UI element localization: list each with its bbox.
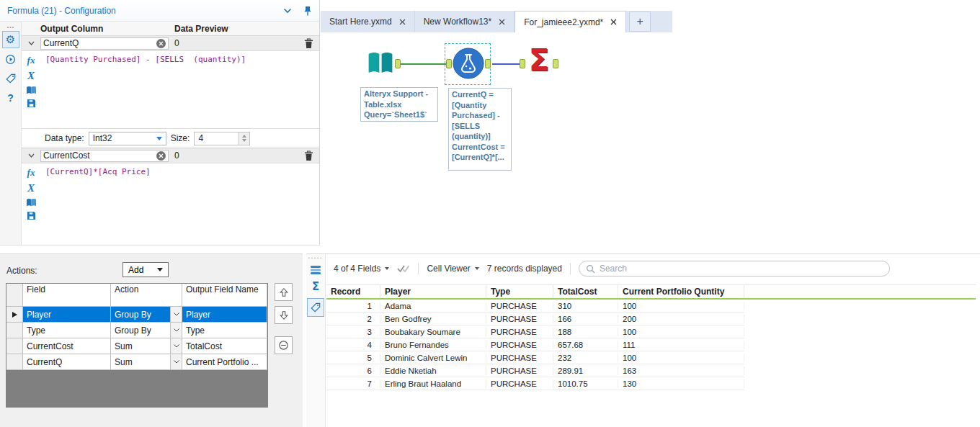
output-field-cell[interactable]: TotalCost [182, 338, 267, 354]
current-portfolio-quantity-column-header[interactable]: Current Portfolio Quntity [618, 285, 744, 298]
combo-button[interactable] [170, 323, 182, 338]
output-column-input[interactable]: CurrentQ [40, 37, 169, 50]
output-anchor-button[interactable] [307, 298, 324, 317]
save-expression-icon[interactable] [27, 99, 36, 108]
configuration-tab-button[interactable]: ⚙ [2, 31, 19, 48]
row-indicator [6, 307, 23, 323]
pin-icon[interactable] [303, 6, 312, 16]
toolbar-separator [570, 263, 571, 274]
save-expression-icon[interactable] [27, 211, 36, 220]
move-down-button[interactable] [275, 306, 293, 324]
quantity-cell: 100 [618, 354, 744, 362]
output-column-value: CurrentQ [43, 38, 153, 48]
connection-input-to-formula[interactable] [400, 63, 446, 65]
expression-collapse-chevron[interactable] [22, 41, 40, 45]
close-icon[interactable] [499, 19, 505, 25]
action-dropdown-cell[interactable]: Group By [111, 323, 182, 338]
expression-editor-toolbar: fx X [22, 163, 40, 245]
add-action-button[interactable]: Add [122, 262, 169, 277]
variables-icon[interactable]: X [27, 182, 35, 194]
formula-output-anchor[interactable] [485, 59, 491, 68]
player-column-header[interactable]: Player [380, 285, 486, 298]
splitter-grip-icon[interactable]: … [6, 22, 14, 29]
new-workflow-tab-button[interactable]: + [629, 12, 651, 32]
delete-expression-button[interactable] [298, 38, 319, 49]
clear-column-icon[interactable] [156, 151, 166, 161]
totalcost-cell: 310 [553, 302, 618, 310]
spinner-up-icon [242, 135, 246, 138]
summarize-output-anchor[interactable] [553, 59, 558, 68]
fields-dropdown[interactable]: 4 of 4 Fields [334, 264, 389, 274]
functions-icon[interactable]: fx [27, 167, 35, 179]
output-column-input[interactable]: CurrentCost [40, 150, 169, 162]
add-button-label: Add [128, 265, 143, 275]
delete-expression-button[interactable] [298, 150, 319, 161]
combo-button[interactable] [170, 354, 182, 369]
navigation-tab-button[interactable] [2, 50, 19, 68]
circle-arrow-icon [5, 54, 16, 65]
summarize-anchor-icon[interactable]: Σ [312, 280, 319, 293]
variables-icon[interactable]: X [27, 70, 35, 82]
quantity-cell: 200 [618, 315, 744, 323]
type-column-header[interactable]: Type [486, 285, 553, 298]
expression-collapse-chevron[interactable] [22, 153, 40, 158]
size-input[interactable]: 4 [194, 132, 250, 145]
field-cell[interactable]: CurrentQ [23, 354, 111, 370]
formula-expression-input[interactable]: [Quantity Purchased] - [SELLS (quantity)… [40, 51, 319, 128]
totalcost-column-header[interactable]: TotalCost [553, 285, 618, 298]
field-cell[interactable]: Type [23, 323, 111, 338]
combo-button[interactable] [170, 307, 182, 322]
input-data-tool[interactable] [365, 49, 396, 78]
records-view-icon[interactable] [310, 265, 321, 275]
formula-tool-annotation[interactable]: CurrentQ = [Quantity Purchased] - [SELLS… [448, 88, 512, 171]
search-box[interactable] [579, 261, 890, 277]
connection-formula-to-summarize[interactable] [492, 63, 521, 65]
quantity-cell: 100 [618, 328, 744, 336]
expression-editor-toolbar: fx X [22, 51, 40, 128]
saved-expressions-icon[interactable] [26, 198, 37, 207]
panel-grip-icon[interactable]: ••••• [308, 256, 324, 260]
field-cell[interactable]: Player [23, 307, 111, 323]
search-input[interactable] [600, 264, 883, 274]
action-dropdown-cell[interactable]: Sum [111, 354, 182, 370]
output-field-cell[interactable]: Current Portfolio ... [182, 354, 267, 370]
workflow-canvas[interactable]: Start Here.yxmd New Workflow13* For_jami… [321, 0, 980, 248]
remove-action-button[interactable] [275, 336, 293, 354]
output-field-cell[interactable]: Type [182, 323, 267, 338]
cell-viewer-dropdown[interactable]: Cell Viewer [427, 264, 478, 274]
summarize-tool[interactable]: Σ [525, 43, 553, 78]
record-column-header[interactable]: Record [326, 285, 380, 298]
collapse-chevron-icon[interactable] [283, 8, 292, 14]
results-panel: ••••• Σ 4 of 4 Fields Cell Viewer 7 reco… [306, 253, 980, 427]
output-field-cell[interactable]: Player [182, 307, 267, 323]
output-column-value: CurrentCost [43, 150, 153, 161]
summarize-input-anchor[interactable] [520, 59, 525, 68]
formula-tool[interactable] [452, 47, 485, 80]
formula-input-anchor[interactable] [446, 59, 452, 68]
clear-column-icon[interactable] [156, 39, 166, 48]
action-dropdown-cell[interactable]: Sum [111, 338, 182, 354]
action-row: Type Group By Type [6, 323, 267, 338]
tab-for-jamieee2[interactable]: For_jamieee2.yxmd* [514, 11, 626, 32]
action-dropdown-cell[interactable]: Group By [111, 307, 182, 323]
move-up-button[interactable] [275, 283, 293, 301]
tab-new-workflow13[interactable]: New Workflow13* [415, 11, 514, 32]
help-tab-button[interactable]: ? [2, 89, 19, 107]
formula-expression-input[interactable]: [CurrentQ]*[Acq Price] [40, 163, 319, 245]
combo-button[interactable] [170, 338, 182, 354]
data-type-dropdown[interactable]: Int32 [89, 132, 166, 145]
saved-expressions-icon[interactable] [26, 86, 37, 95]
size-spinner[interactable] [238, 132, 249, 145]
input-output-anchor[interactable] [395, 59, 401, 68]
annotation-tab-button[interactable] [2, 70, 19, 87]
input-tool-annotation[interactable]: Alteryx Support - Table.xlsx Query=`Shee… [360, 87, 438, 122]
record-cell: 3 [326, 328, 380, 336]
field-cell[interactable]: CurrentCost [23, 338, 111, 354]
functions-icon[interactable]: fx [27, 55, 35, 66]
apply-check-icon[interactable] [397, 264, 410, 273]
close-icon[interactable] [610, 19, 617, 25]
close-icon[interactable] [399, 19, 406, 25]
totalcost-cell: 657.68 [553, 341, 618, 349]
action-row: Player Group By Player [6, 307, 267, 323]
tab-start-here[interactable]: Start Here.yxmd [321, 11, 415, 32]
